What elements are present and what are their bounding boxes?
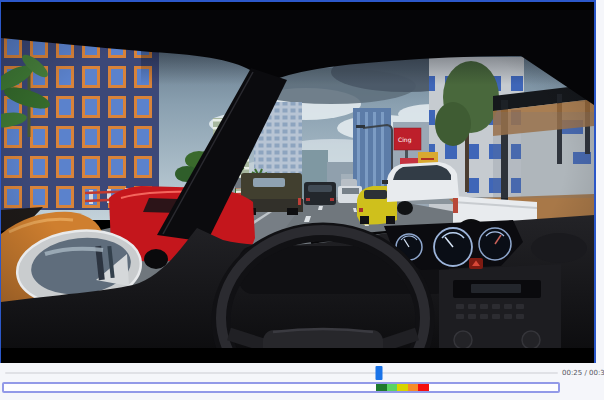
console-knob-left [454, 331, 472, 349]
segment-light-green [387, 384, 398, 391]
segment-red [418, 384, 429, 391]
simulator-frame: Cing [1, 2, 594, 363]
annotation-bar [2, 382, 560, 393]
seek-row: 00:25 / 00:37 [0, 365, 604, 380]
center-console [439, 258, 561, 363]
time-display: 00:25 / 00:37 [562, 369, 604, 377]
seek-track[interactable] [5, 372, 558, 374]
seek-thumb[interactable] [375, 366, 382, 380]
segment-dark-green [376, 384, 387, 391]
video-player[interactable]: Cing [0, 0, 596, 363]
segment-yellow [397, 384, 408, 391]
letterbox-top [1, 2, 594, 10]
console-knob-right [522, 331, 540, 349]
dash-speaker [531, 233, 587, 263]
segment-orange [408, 384, 419, 391]
letterbox-bottom [1, 348, 594, 363]
